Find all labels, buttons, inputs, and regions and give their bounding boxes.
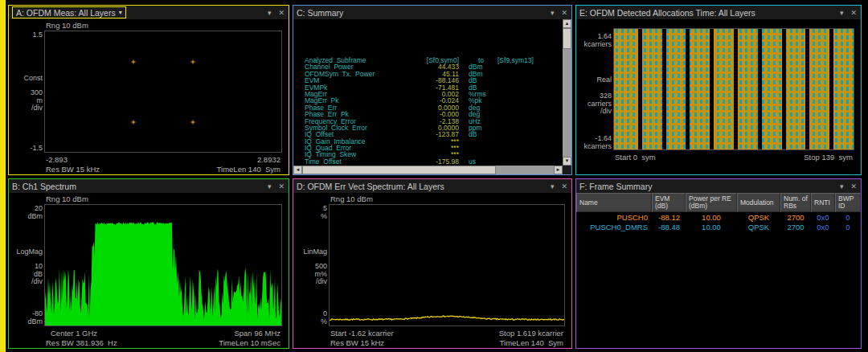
summary-row: Time Offset-175.98us bbox=[293, 158, 561, 164]
frame-header-cell: BWP ID bbox=[835, 193, 861, 212]
y-axis-name: Real bbox=[578, 76, 612, 84]
close-icon[interactable]: ✕ bbox=[561, 182, 567, 190]
panel-e-titlebar[interactable]: E: OFDM Detected Allocations Time: All L… bbox=[576, 6, 861, 19]
frame-cell-power: 10.00 bbox=[686, 213, 737, 222]
frame-header-cell: Power per RE (dBm) bbox=[686, 193, 737, 212]
allocation-gap bbox=[805, 29, 809, 149]
y-axis-scale: 300 m /div bbox=[10, 89, 43, 113]
panel-a-title: A: OFDM Meas: All Layers bbox=[16, 8, 116, 18]
timelen-label: TimeLen 140 Sym bbox=[500, 338, 563, 347]
summary-label: Time Offset bbox=[305, 158, 342, 165]
y-axis-scale: 10 dB /div bbox=[10, 263, 43, 286]
summary-value: -175.98 bbox=[412, 158, 459, 165]
y-axis-max: 20 dBm bbox=[10, 205, 43, 220]
summary-row: EVMPk-71.481dB bbox=[293, 84, 561, 90]
close-icon[interactable]: ✕ bbox=[278, 182, 285, 190]
constellation-point bbox=[190, 120, 194, 124]
range-label: Rng 10 dBm bbox=[330, 194, 373, 203]
y-axis-min: -1.5 bbox=[10, 145, 43, 153]
y-axis-name: Const bbox=[10, 75, 43, 83]
spectrum-plot[interactable] bbox=[44, 204, 282, 326]
close-icon[interactable]: ✕ bbox=[850, 9, 857, 17]
panel-a-titlebar[interactable]: A: OFDM Meas: All Layers ▾ ▾ ✕ bbox=[9, 6, 289, 19]
evm-spectrum-plot[interactable] bbox=[329, 204, 565, 326]
summary-row: MagErr0.002%rms bbox=[293, 90, 561, 96]
spectrum-trace bbox=[45, 205, 281, 325]
collapse-icon[interactable]: ▾ bbox=[268, 182, 272, 190]
frame-cell-power: 10.00 bbox=[686, 223, 737, 231]
y-axis-min: -80 dBm bbox=[10, 310, 43, 325]
horizontal-scrollbar[interactable]: ◄ ► bbox=[293, 166, 563, 174]
panel-c-title: C: Summary bbox=[297, 8, 343, 18]
scroll-right-button[interactable]: ► bbox=[554, 166, 563, 174]
frame-header-cell: Name bbox=[576, 193, 652, 212]
panel-d-titlebar[interactable]: D: OFDM Err Vect Spectrum: All Layers ▾ … bbox=[293, 179, 571, 193]
timelen-label: TimeLen 10 mSec bbox=[219, 338, 280, 347]
summary-row: Phase Err Pk-0.000deg bbox=[293, 110, 561, 117]
collapse-icon[interactable]: ▾ bbox=[840, 9, 844, 17]
panel-summary: C: Summary ▾ ✕ Analyzed Subframe[Sf0,sym… bbox=[293, 5, 572, 175]
panel-b-titlebar[interactable]: B: Ch1 Spectrum ▾ ✕ bbox=[9, 179, 289, 193]
summary-rows: Analyzed Subframe[Sf0,sym0]to[Sf9,sym13]… bbox=[293, 19, 561, 165]
collapse-icon[interactable]: ▾ bbox=[551, 9, 555, 17]
summary-row: OFDMSym Tx. Power45.11dBm bbox=[293, 70, 561, 76]
frame-header-cell: Modulation bbox=[737, 193, 780, 212]
summary-row: Channel Power44.433dBm bbox=[293, 63, 561, 69]
scroll-down-button[interactable]: ▼ bbox=[563, 157, 571, 166]
frame-table-row[interactable]: PUSCH0_DMRS-88.4810.00QPSK27000x00 bbox=[576, 222, 861, 231]
frame-cell-rnti: 0x0 bbox=[811, 223, 835, 231]
evm-trace bbox=[330, 205, 564, 325]
summary-row: Symbol Clock Error0.0000ppm bbox=[293, 124, 561, 130]
frame-header-cell: RNTI bbox=[811, 193, 835, 212]
scroll-up-button[interactable]: ▲ bbox=[563, 19, 571, 28]
collapse-icon[interactable]: ▾ bbox=[268, 9, 272, 17]
frame-cell-evm: -88.12 bbox=[652, 213, 686, 222]
collapse-icon[interactable]: ▾ bbox=[840, 182, 844, 190]
panel-ch1-spectrum: B: Ch1 Spectrum ▾ ✕ Rng 10 dBm 20 dBm Lo… bbox=[8, 178, 289, 349]
frame-header-cell: EVM (dB) bbox=[652, 193, 686, 212]
summary-row: IQ Offset-123.87dB bbox=[293, 130, 561, 137]
close-icon[interactable]: ✕ bbox=[850, 182, 857, 190]
active-trace-edge-strip bbox=[0, 0, 6, 352]
allocation-gap bbox=[662, 29, 666, 149]
summary-unit: us bbox=[469, 158, 476, 165]
frame-table-row[interactable]: PUSCH0-88.1210.00QPSK27000x00 bbox=[576, 212, 861, 222]
allocation-gap bbox=[782, 29, 786, 149]
vertical-scrollbar[interactable]: ▲ ▼ bbox=[563, 19, 571, 166]
panel-detected-allocations: E: OFDM Detected Allocations Time: All L… bbox=[575, 5, 862, 175]
panel-c-titlebar[interactable]: C: Summary ▾ ✕ bbox=[293, 6, 571, 19]
y-axis-name: LogMag bbox=[10, 248, 43, 256]
panel-d-title: D: OFDM Err Vect Spectrum: All Layers bbox=[297, 182, 444, 191]
panel-f-titlebar[interactable]: F: Frame Summary ▾ ✕ bbox=[576, 179, 861, 193]
res-bw-label: Res BW 15 kHz bbox=[330, 338, 384, 347]
x-axis-min: -2.893 bbox=[46, 155, 68, 164]
range-label: Rng 10 dBm bbox=[46, 21, 88, 30]
frame-table-body: PUSCH0-88.1210.00QPSK27000x00PUSCH0_DMRS… bbox=[576, 212, 861, 231]
constellation-point bbox=[132, 59, 136, 63]
res-bw-label: Res BW 15 kHz bbox=[46, 165, 100, 174]
res-bw-label: Res BW 381.936 Hz bbox=[46, 338, 117, 347]
y-axis-min: 0 % bbox=[295, 310, 327, 325]
summary-row: Frequency Error-2.138uHz bbox=[293, 117, 561, 124]
frame-cell-name: PUSCH0_DMRS bbox=[576, 223, 652, 231]
x-axis-start: Start -1.62 kcarrier bbox=[330, 329, 394, 338]
x-axis-center: Center 1 GHz bbox=[51, 329, 97, 338]
allocations-plot[interactable] bbox=[613, 28, 854, 150]
close-icon[interactable]: ✕ bbox=[561, 9, 567, 17]
scrollbar-corner bbox=[563, 166, 571, 174]
close-icon[interactable]: ✕ bbox=[278, 9, 285, 17]
y-axis-max: 5 % bbox=[295, 205, 327, 220]
horizontal-scroll-thumb[interactable] bbox=[302, 166, 496, 174]
collapse-icon[interactable]: ▾ bbox=[551, 182, 555, 190]
timelen-label: TimeLen 140 Sym bbox=[217, 165, 280, 174]
frame-cell-bwp: 0 bbox=[835, 223, 861, 231]
allocation-gap bbox=[734, 29, 738, 149]
trace-a-selector[interactable]: A: OFDM Meas: All Layers ▾ bbox=[12, 6, 126, 18]
vertical-scroll-thumb[interactable] bbox=[563, 28, 571, 49]
constellation-plot[interactable] bbox=[44, 31, 282, 153]
allocation-gap bbox=[686, 29, 690, 149]
frame-table-header: NameEVM (dB)Power per RE (dBm)Modulation… bbox=[576, 193, 861, 212]
allocation-gap bbox=[758, 29, 762, 149]
scroll-left-button[interactable]: ◄ bbox=[293, 166, 302, 174]
x-axis-span: Span 96 MHz bbox=[234, 329, 280, 338]
